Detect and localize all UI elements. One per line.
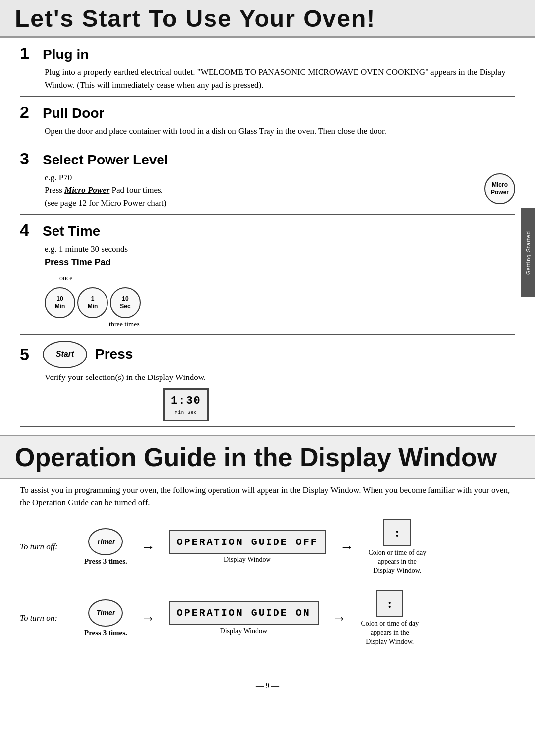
turn-on-result-block: : Colon or time of day appears in the Di… (360, 590, 420, 647)
step-5-title: Press (95, 346, 133, 362)
turn-on-press-label: Press 3 times. (84, 629, 127, 637)
step-5-header: 5 Start Press (20, 341, 515, 368)
micro-power-button-block: Micro Power (484, 173, 515, 204)
turn-off-arrow-2: → (340, 539, 354, 555)
btn-10sec[interactable]: 10 Sec (110, 287, 141, 318)
operation-intro: To assist you in programming your oven, … (20, 484, 515, 509)
start-button[interactable]: Start (43, 341, 87, 368)
turn-on-row: To turn on: Timer Press 3 times. → OPERA… (20, 590, 515, 647)
step-1-number: 1 (20, 44, 35, 63)
section-divider: Operation Guide in the Display Window (0, 435, 535, 479)
turn-off-label: To turn off: (20, 542, 74, 552)
section-title: Operation Guide in the Display Window (15, 442, 520, 472)
step-3-title: Select Power Level (43, 152, 168, 168)
display-window-block: 1:30 Min Sec (163, 388, 515, 421)
step-3-press: Press Micro Power Pad four times. (45, 184, 470, 197)
turn-off-timer-button[interactable]: Timer (88, 528, 123, 555)
step-4-body: e.g. 1 minute 30 seconds Press Time Pad … (20, 243, 515, 329)
btn-10min[interactable]: 10 Min (45, 287, 75, 318)
step-1: 1 Plug in Plug into a properly earthed e… (20, 38, 515, 97)
operation-section: To assist you in programming your oven, … (0, 484, 535, 676)
time-pads-row: 10 Min 1 Min 10 Sec (45, 287, 141, 318)
step-3-note: (see page 12 for Micro Power chart) (45, 197, 470, 210)
micro-power-button[interactable]: Micro Power (484, 173, 515, 204)
turn-on-timer-button[interactable]: Timer (88, 599, 123, 627)
step-3-header: 3 Select Power Level (20, 149, 515, 168)
step-2-title: Pull Door (43, 106, 104, 121)
time-pads: once 10 Min 1 Min 10 Sec three times (45, 273, 515, 329)
main-content: 1 Plug in Plug into a properly earthed e… (0, 38, 535, 427)
step-3-number: 3 (20, 149, 35, 168)
step-2-number: 2 (20, 103, 35, 122)
right-tab: Getting Started (521, 208, 535, 297)
page-header: Let's Start To Use Your Oven! (0, 0, 535, 38)
step-5-number: 5 (20, 345, 35, 364)
turn-off-button-block: Timer Press 3 times. (84, 528, 127, 566)
step-2-text: Open the door and place container with f… (45, 125, 515, 138)
turn-on-label: To turn on: (20, 613, 74, 623)
step-2-header: 2 Pull Door (20, 103, 515, 122)
step-4-eg: e.g. 1 minute 30 seconds (45, 243, 515, 256)
step-2-body: Open the door and place container with f… (20, 125, 515, 138)
turn-on-colon-display: : (376, 590, 403, 617)
step-1-header: 1 Plug in (20, 44, 515, 63)
page-title: Let's Start To Use Your Oven! (15, 5, 520, 32)
step-5: 5 Start Press Verify your selection(s) i… (20, 335, 515, 427)
turn-on-arrow-1: → (141, 610, 155, 626)
step-3-body: e.g. P70 Press Micro Power Pad four time… (20, 171, 515, 210)
turn-off-display: OPERATION GUIDE OFF (169, 530, 326, 554)
step-4-number: 4 (20, 220, 35, 240)
once-label: once (59, 273, 72, 283)
turn-on-display-label: Display Window (220, 627, 267, 635)
step-2: 2 Pull Door Open the door and place cont… (20, 97, 515, 143)
step-5-body: Verify your selection(s) in the Display … (20, 371, 515, 421)
turn-off-display-label: Display Window (224, 556, 270, 564)
step-4-title: Set Time (43, 223, 100, 239)
step-4: 4 Set Time e.g. 1 minute 30 seconds Pres… (20, 215, 515, 335)
step-1-body: Plug into a properly earthed electrical … (20, 66, 515, 91)
three-label: three times (109, 319, 140, 329)
right-tab-label: Getting Started (525, 231, 531, 275)
turn-off-display-block: OPERATION GUIDE OFF Display Window (169, 530, 326, 564)
turn-on-display: OPERATION GUIDE ON (169, 601, 319, 625)
step-3-content: e.g. P70 Press Micro Power Pad four time… (45, 171, 515, 210)
page-number: — 9 — (0, 676, 535, 700)
step-3: 3 Select Power Level e.g. P70 Press Micr… (20, 143, 515, 215)
display-window: 1:30 Min Sec (163, 388, 209, 421)
press-time-label: Press Time Pad (45, 256, 515, 269)
btn-1min[interactable]: 1 Min (77, 287, 108, 318)
turn-off-result-text: Colon or time of day appears in the Disp… (368, 548, 427, 576)
turn-off-result-block: : Colon or time of day appears in the Di… (368, 519, 427, 576)
step-3-text-block: e.g. P70 Press Micro Power Pad four time… (45, 171, 470, 210)
step-1-text: Plug into a properly earthed electrical … (45, 66, 515, 91)
turn-on-display-block: OPERATION GUIDE ON Display Window (169, 601, 319, 635)
step-5-text: Verify your selection(s) in the Display … (45, 371, 515, 384)
turn-on-button-block: Timer Press 3 times. (84, 599, 127, 637)
step-1-title: Plug in (43, 47, 89, 62)
step-3-eg: e.g. P70 (45, 171, 470, 184)
step-4-header: 4 Set Time (20, 220, 515, 240)
turn-on-result-text: Colon or time of day appears in the Disp… (360, 619, 420, 647)
turn-off-colon-display: : (383, 519, 411, 546)
turn-off-arrow-1: → (141, 539, 155, 555)
turn-off-press-label: Press 3 times. (84, 557, 127, 566)
turn-off-row: To turn off: Timer Press 3 times. → OPER… (20, 519, 515, 576)
turn-on-arrow-2: → (332, 610, 346, 626)
